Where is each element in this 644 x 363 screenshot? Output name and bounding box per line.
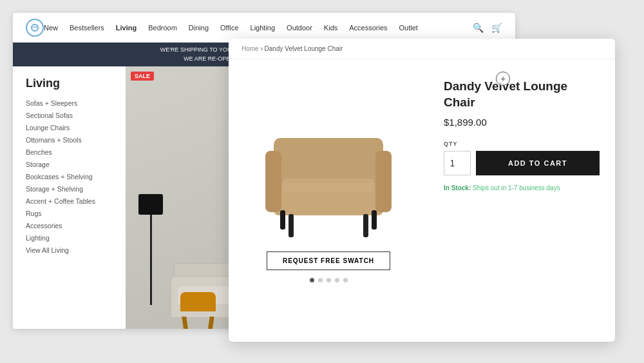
- image-dots: [310, 278, 348, 282]
- nav-outdoor[interactable]: Outdoor: [287, 24, 312, 32]
- svg-rect-9: [283, 179, 374, 191]
- nav-new[interactable]: New: [44, 24, 58, 32]
- nav-bedroom[interactable]: Bedroom: [148, 24, 177, 32]
- product-price: $1,899.00: [444, 117, 600, 128]
- product-title: Dandy Velvet Lounge Chair: [444, 79, 600, 110]
- sidebar-item-lighting[interactable]: Lighting: [26, 234, 113, 242]
- sidebar-item-lounge[interactable]: Lounge Chairs: [26, 124, 113, 132]
- sidebar-item-bookcases[interactable]: Bookcases + Shelving: [26, 173, 113, 181]
- add-to-cart-button[interactable]: ADD TO CART: [476, 151, 600, 175]
- chair-leg-front-right: [207, 317, 214, 329]
- svg-rect-2: [274, 138, 383, 183]
- lamp-shade: [138, 194, 163, 215]
- nav-office[interactable]: Office: [220, 24, 239, 32]
- in-stock-label: In Stock:: [444, 184, 471, 191]
- nav-kids[interactable]: Kids: [324, 24, 337, 32]
- svg-rect-5: [289, 214, 294, 237]
- qty-label: QTY: [444, 141, 600, 147]
- qty-input[interactable]: [444, 151, 471, 175]
- fullscreen-button[interactable]: +: [496, 72, 510, 86]
- dot-3[interactable]: [327, 278, 331, 282]
- sidebar-item-benches[interactable]: Benches: [26, 148, 113, 156]
- stock-detail: Ships out in 1-7 business days: [473, 184, 560, 191]
- dot-4[interactable]: [335, 278, 339, 282]
- chair-seat: [180, 292, 216, 311]
- breadcrumb: Home › Dandy Velvet Lounge Chair: [229, 39, 615, 59]
- qty-cart-row: ADD TO CART: [444, 151, 600, 175]
- request-swatch-button[interactable]: REQUEST FREE SWATCH: [267, 251, 390, 270]
- sidebar-item-accent[interactable]: Accent + Coffee Tables: [26, 197, 113, 205]
- sidebar-title: Living: [26, 77, 113, 90]
- search-icon[interactable]: 🔍: [473, 23, 484, 33]
- svg-rect-8: [372, 210, 377, 230]
- main-nav: New Bestsellers Living Bedroom Dining Of…: [44, 24, 473, 32]
- sidebar-item-sofas[interactable]: Sofas + Sleepers: [26, 99, 113, 107]
- product-image-col: REQUEST FREE SWATCH: [229, 59, 428, 342]
- nav-bestsellers[interactable]: Bestsellers: [70, 24, 104, 32]
- cart-icon[interactable]: 🛒: [491, 23, 502, 33]
- sidebar-item-sectional[interactable]: Sectional Sofas: [26, 112, 113, 119]
- breadcrumb-current: Dandy Velvet Lounge Chair: [265, 45, 343, 52]
- logo-icon[interactable]: [26, 19, 44, 37]
- nav-dining[interactable]: Dining: [189, 24, 209, 32]
- sale-badge: SALE: [131, 72, 154, 81]
- lamp-pole: [150, 215, 152, 305]
- sidebar-item-view-all[interactable]: View All Living: [26, 246, 113, 254]
- yellow-chair: [180, 292, 216, 318]
- nav-lighting[interactable]: Lighting: [251, 24, 276, 32]
- sidebar-item-accessories[interactable]: Accessories: [26, 222, 113, 230]
- header-icons: 🔍 🛒: [473, 23, 502, 33]
- nav-living[interactable]: Living: [116, 24, 137, 32]
- sidebar-item-rugs[interactable]: Rugs: [26, 210, 113, 217]
- nav-accessories[interactable]: Accessories: [349, 24, 387, 32]
- product-image: [258, 119, 399, 241]
- sidebar-item-storage[interactable]: Storage: [26, 161, 113, 168]
- front-window: Home › Dandy Velvet Lounge Chair: [229, 39, 615, 342]
- svg-rect-6: [363, 214, 368, 237]
- svg-rect-4: [375, 151, 392, 212]
- breadcrumb-home[interactable]: Home: [242, 45, 259, 52]
- dot-2[interactable]: [318, 278, 323, 282]
- sidebar: Living Sofas + Sleepers Sectional Sofas …: [13, 66, 126, 329]
- svg-rect-7: [280, 210, 285, 230]
- floor-lamp: [138, 194, 163, 305]
- svg-rect-3: [265, 151, 281, 212]
- dot-5[interactable]: [343, 278, 348, 282]
- nav-outlet[interactable]: Outlet: [399, 24, 418, 32]
- sidebar-item-ottomans[interactable]: Ottomans + Stools: [26, 136, 113, 144]
- dot-1[interactable]: [310, 278, 314, 282]
- stock-status: In Stock: Ships out in 1-7 business days: [444, 184, 600, 191]
- sidebar-item-storage-shelving[interactable]: Storage + Shelving: [26, 185, 113, 193]
- svg-point-0: [32, 25, 38, 31]
- product-info-col: Dandy Velvet Lounge Chair $1,899.00 QTY …: [428, 59, 615, 342]
- product-area: REQUEST FREE SWATCH Dandy Velvet Lounge …: [229, 59, 615, 342]
- chair-leg-front-left: [182, 317, 188, 329]
- chair-illustration: [258, 119, 399, 241]
